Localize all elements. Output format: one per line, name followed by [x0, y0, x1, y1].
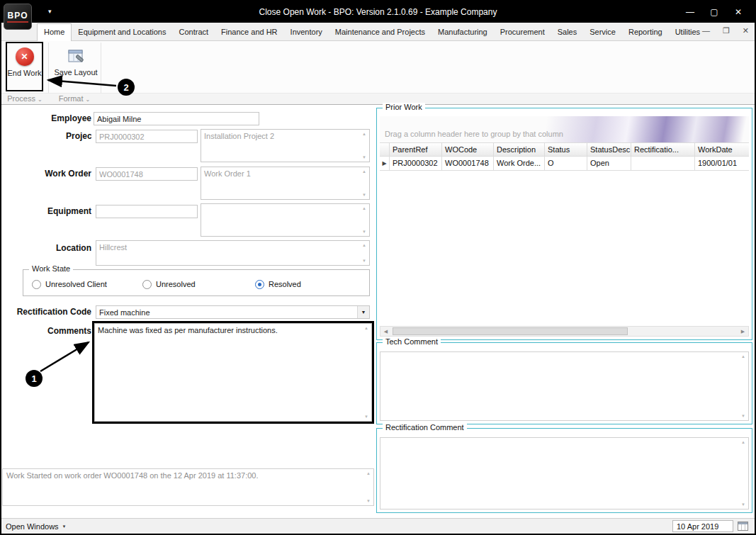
open-windows-button[interactable]: Open Windows ▼ — [6, 522, 67, 531]
tech-comment-textarea[interactable]: ▲▼ — [380, 351, 749, 421]
grid-cell-status[interactable]: O — [545, 157, 587, 171]
work-order-code-input[interactable]: WO0001748 — [96, 167, 198, 181]
ribbon-group-row: Process ⌄ Format ⌄ — [1, 93, 755, 104]
combo-dropdown-icon[interactable]: ▼ — [357, 306, 369, 318]
spin-down-icon[interactable]: ▼ — [362, 155, 366, 159]
rectification-code-combo[interactable]: Fixed machine ▼ — [96, 305, 370, 319]
tab-equipment-and-locations[interactable]: Equipment and Locations — [72, 24, 172, 40]
radio-resolved[interactable]: Resolved — [255, 278, 301, 290]
equipment-description-box[interactable]: ▲▼ — [201, 203, 370, 237]
spin-up-icon[interactable]: ▲ — [362, 169, 366, 174]
radio-circle-icon — [142, 280, 152, 289]
minimize-button[interactable]: — — [678, 7, 702, 17]
tech-comment-title: Tech Comment — [383, 337, 441, 346]
grid-cell-wocode[interactable]: WO0001748 — [442, 157, 494, 171]
spin-down-icon[interactable]: ▼ — [362, 259, 366, 263]
tab-procurement[interactable]: Procurement — [494, 24, 551, 40]
equipment-label: Equipment — [1, 205, 91, 218]
tab-finance-and-hr[interactable]: Finance and HR — [215, 24, 284, 40]
tab-contract[interactable]: Contract — [173, 24, 215, 40]
mdi-minimize-button[interactable]: — — [702, 26, 710, 35]
grid-header-description[interactable]: Description — [494, 142, 545, 157]
spin-up-icon[interactable]: ▲ — [362, 243, 366, 247]
work-order-description-box[interactable]: Work Order 1 ▲▼ — [201, 167, 370, 200]
grid-cell-description[interactable]: Work Orde... — [494, 157, 545, 171]
equipment-code-input[interactable] — [96, 205, 198, 218]
grid-cell-rectification[interactable] — [631, 157, 695, 171]
quick-access-chevron-icon[interactable]: ▾ — [48, 8, 52, 15]
spin-down-icon[interactable]: ▼ — [364, 415, 368, 419]
tab-utilities[interactable]: Utilities — [669, 24, 706, 40]
work-state-title: Work State — [29, 264, 73, 273]
grid-cell-statusdesc[interactable]: Open — [587, 157, 631, 171]
spin-down-icon[interactable]: ▼ — [362, 193, 366, 197]
save-layout-label: Save Layout — [54, 68, 97, 77]
grid-header-parentref[interactable]: ParentRef — [390, 142, 442, 157]
group-by-panel[interactable]: Drag a column header here to group by th… — [380, 116, 749, 142]
calendar-icon[interactable] — [738, 522, 748, 531]
spin-down-icon[interactable]: ▼ — [741, 414, 745, 418]
spin-up-icon[interactable]: ▲ — [364, 326, 368, 330]
tab-maintenance-and-projects[interactable]: Maintenance and Projects — [329, 24, 431, 40]
prior-work-grid: ParentRef WOCode Description Status Stat… — [380, 142, 749, 171]
annotation-box-comments: Machine was fixed as per manufacturer in… — [92, 321, 374, 424]
spin-up-icon[interactable]: ▲ — [741, 440, 745, 444]
tab-reporting[interactable]: Reporting — [622, 24, 669, 40]
ribbon-group-process[interactable]: Process ⌄ — [1, 94, 48, 103]
end-work-icon: ✕ — [16, 47, 34, 66]
scroll-thumb[interactable] — [393, 327, 628, 335]
grid-cell-workdate[interactable]: 1900/01/01 — [695, 157, 749, 171]
tab-sales[interactable]: Sales — [551, 24, 584, 40]
work-state-group: Work State Unresolved Client Unresolved … — [23, 269, 370, 296]
spin-down-icon[interactable]: ▼ — [741, 502, 745, 507]
tab-manufacturing[interactable]: Manufacturing — [431, 24, 494, 40]
radio-unresolved-client[interactable]: Unresolved Client — [32, 278, 107, 290]
end-work-button[interactable]: ✕ End Work — [7, 43, 42, 90]
open-windows-caret-icon: ▼ — [62, 524, 67, 529]
end-work-label: End Work — [7, 69, 41, 77]
spin-up-icon: ▲ — [366, 471, 371, 475]
group-by-hint: Drag a column header here to group by th… — [385, 130, 563, 138]
project-label: Project — [1, 130, 91, 143]
radio-circle-icon — [32, 280, 41, 289]
employee-input[interactable]: Abigail Milne — [94, 112, 259, 125]
window-title: Close Open Work - BPO: Version 2.1.0.69 … — [1, 7, 755, 17]
grid-header-rectification[interactable]: Rectificatio... — [631, 142, 695, 157]
tab-home[interactable]: Home — [37, 23, 72, 41]
ribbon-group-format[interactable]: Format ⌄ — [48, 94, 101, 103]
scroll-right-icon[interactable]: ▶ — [738, 327, 748, 336]
save-layout-button[interactable]: Save Layout — [54, 43, 98, 89]
app-window: Close Open Work - BPO: Version 2.1.0.69 … — [0, 0, 756, 535]
grid-cell-parentref[interactable]: PRJ0000302 — [390, 157, 442, 171]
grid-row[interactable]: ▶ PRJ0000302 WO0001748 Work Orde... O Op… — [380, 157, 749, 171]
spin-down-icon[interactable]: ▼ — [362, 230, 366, 234]
radio-circle-icon — [255, 280, 264, 289]
mdi-close-button[interactable]: ✕ — [743, 26, 749, 35]
rectification-comment-group: Rectification Comment ▲▼ — [376, 428, 752, 513]
grid-header-wocode[interactable]: WOCode — [442, 142, 494, 157]
grid-header-statusdesc[interactable]: StatusDesc — [587, 142, 631, 157]
spin-up-icon[interactable]: ▲ — [362, 206, 366, 210]
spin-up-icon[interactable]: ▲ — [741, 354, 745, 359]
grid-header-status[interactable]: Status — [545, 142, 587, 157]
radio-unresolved[interactable]: Unresolved — [142, 278, 196, 290]
grid-header-indicator — [380, 142, 390, 157]
location-box[interactable]: Hillcrest ▲▼ — [96, 240, 370, 266]
tab-service[interactable]: Service — [583, 24, 622, 40]
project-code-input[interactable]: PRJ0000302 — [96, 130, 198, 143]
comments-textarea[interactable]: Machine was fixed as per manufacturer in… — [94, 323, 372, 422]
tech-comment-group: Tech Comment ▲▼ — [376, 342, 752, 424]
spin-up-icon[interactable]: ▲ — [362, 132, 366, 136]
maximize-button[interactable]: ▢ — [702, 7, 726, 17]
scroll-left-icon[interactable]: ◀ — [380, 327, 391, 336]
rectification-comment-title: Rectification Comment — [383, 423, 467, 432]
project-description-box[interactable]: Installation Project 2 ▲▼ — [201, 129, 370, 162]
ribbon: ✕ End Work Save Layout Process ⌄ — [1, 41, 755, 105]
h-scrollbar[interactable]: ◀ ▶ — [380, 326, 749, 337]
mdi-restore-button[interactable]: ❐ — [723, 26, 730, 35]
rectification-comment-textarea[interactable]: ▲▼ — [380, 437, 749, 509]
tab-inventory[interactable]: Inventory — [284, 24, 329, 40]
close-button[interactable]: ✕ — [726, 7, 750, 17]
date-field[interactable]: 10 Apr 2019 — [672, 520, 733, 532]
grid-header-workdate[interactable]: WorkDate — [695, 142, 749, 157]
